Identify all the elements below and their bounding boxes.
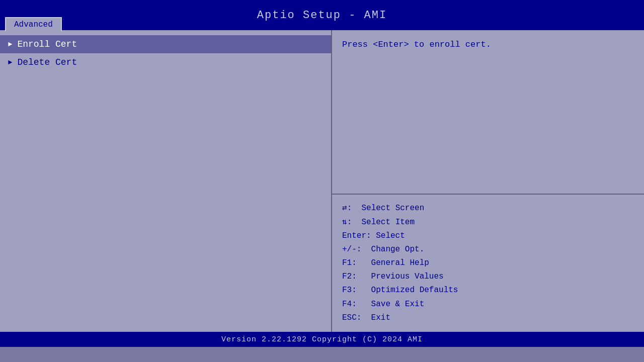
arrow-icon-enroll: ► [8,40,12,48]
top-bar: Advanced Aptio Setup - AMI [0,0,644,30]
help-text-area: Press <Enter> to enroll cert. [332,30,644,194]
menu-item-enroll-cert[interactable]: ► Enroll Cert [0,35,331,53]
version-text: Version 2.22.1292 Copyright (C) 2024 AMI [221,335,423,344]
keybinding-f4: F4: Save & Exit [342,298,634,311]
right-panel: Press <Enter> to enroll cert. ⇄: Select … [332,30,644,332]
keybindings: ⇄: Select Screen ⇅: Select Item Enter: S… [332,195,644,332]
keybinding-f1: F1: General Help [342,256,634,270]
help-text: Press <Enter> to enroll cert. [342,40,491,49]
menu-item-delete-cert-label: Delete Cert [17,57,77,67]
bottom-bar: Version 2.22.1292 Copyright (C) 2024 AMI [0,332,644,347]
app-title: Aptio Setup - AMI [257,9,387,22]
keybinding-select-screen: ⇄: Select Screen [342,202,634,215]
tab-bar[interactable]: Advanced [0,0,62,30]
keybinding-esc: ESC: Exit [342,311,634,325]
keybinding-enter: Enter: Select [342,229,634,243]
arrow-icon-delete: ► [8,58,12,66]
main-content: ► Enroll Cert ► Delete Cert Press <Enter… [0,30,644,332]
keybinding-f3: F3: Optimized Defaults [342,284,634,297]
keybinding-change-opt: +/-: Change Opt. [342,243,634,256]
menu-item-enroll-cert-label: Enroll Cert [17,39,77,49]
menu-item-delete-cert[interactable]: ► Delete Cert [0,53,331,71]
tab-advanced[interactable]: Advanced [5,17,62,31]
keybinding-f2: F2: Previous Values [342,270,634,284]
keybinding-select-item: ⇅: Select Item [342,216,634,229]
left-panel: ► Enroll Cert ► Delete Cert [0,30,332,332]
